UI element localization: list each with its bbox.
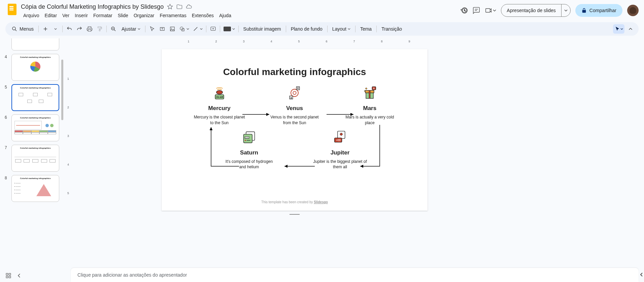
- slide-thumb-3[interactable]: [11, 38, 59, 50]
- slide-thumb-8[interactable]: Colorful marketing infographics ▪ ———▪ —…: [11, 175, 59, 202]
- speaker-notes[interactable]: Clique para adicionar as anotações do ap…: [71, 268, 639, 282]
- menu-slide[interactable]: Slide: [115, 11, 131, 20]
- chevron-down-icon: [54, 28, 57, 30]
- svg-point-14: [216, 91, 222, 94]
- comments-icon[interactable]: [473, 7, 480, 14]
- info-item-mercury[interactable]: ON AIR Mercury Mercury is the closest pl…: [193, 85, 246, 126]
- svg-text:ON AIR: ON AIR: [216, 96, 224, 98]
- star-icon[interactable]: [167, 4, 173, 10]
- info-name: Venus: [268, 105, 321, 112]
- info-desc: Venus is the second planet from the Sun: [268, 114, 321, 126]
- redo-icon: [76, 26, 82, 32]
- document-title[interactable]: Cópia de Colorful Marketing Infographics…: [21, 3, 164, 10]
- collapse-toolbar-button[interactable]: [626, 24, 635, 34]
- textbox-tool[interactable]: [158, 24, 167, 34]
- info-desc: Mars is actually a very cold place: [343, 114, 397, 126]
- horizontal-ruler[interactable]: 1 2 3 4 5 6 7 8 9: [71, 38, 644, 45]
- svg-line-3: [15, 30, 16, 31]
- slide-thumb-5-selected[interactable]: Colorful marketing infographics: [11, 84, 59, 111]
- slide-number: 7: [5, 145, 9, 150]
- menu-ferramentas[interactable]: Ferramentas: [157, 11, 189, 20]
- background-button[interactable]: Plano de fundo: [288, 24, 325, 34]
- svg-rect-41: [6, 276, 8, 278]
- menu-arquivo[interactable]: Arquivo: [21, 11, 41, 20]
- mask-image-tool[interactable]: [222, 24, 236, 34]
- chevron-down-icon: [232, 28, 235, 30]
- vertical-ruler[interactable]: 1 2 3 4 5: [64, 38, 71, 282]
- print-button[interactable]: [85, 24, 94, 34]
- fit-zoom-select[interactable]: Ajustar: [119, 24, 143, 34]
- header-right: Apresentação de slides Compartilhar: [461, 3, 639, 17]
- menu-search-label: Menus: [20, 26, 34, 32]
- slide-thumb-7[interactable]: Colorful marketing infographics: [11, 145, 59, 172]
- svg-point-2: [12, 27, 15, 30]
- pointer-mode-group[interactable]: [613, 24, 624, 34]
- slide-thumb-6[interactable]: Colorful marketing infographics: [11, 114, 59, 141]
- layout-button[interactable]: Layout: [330, 24, 353, 34]
- filmstrip-scrollbar[interactable]: [61, 60, 63, 120]
- expand-sidepanel-button[interactable]: [639, 269, 644, 280]
- info-item-venus[interactable]: Venus Venus is the second planet from th…: [268, 85, 321, 126]
- filmstrip[interactable]: 4 Colorful marketing infographics 5 Colo…: [0, 38, 64, 282]
- menu-inserir[interactable]: Inserir: [72, 11, 90, 20]
- history-icon[interactable]: [461, 7, 468, 14]
- transition-button[interactable]: Transição: [379, 24, 405, 34]
- menu-ver[interactable]: Ver: [60, 11, 72, 20]
- slide-title[interactable]: Colorful marketing infographics: [162, 49, 428, 77]
- chevron-down-icon: [620, 28, 623, 30]
- main-area: 4 Colorful marketing infographics 5 Colo…: [0, 38, 644, 282]
- ruler-tick: 4: [270, 40, 272, 43]
- slideshow-button-main[interactable]: Apresentação de slides: [501, 4, 561, 16]
- chevron-up-icon: [628, 26, 634, 32]
- move-to-folder-icon[interactable]: [176, 4, 182, 10]
- paint-format-button[interactable]: [95, 24, 104, 34]
- social-icon: #: [333, 130, 347, 145]
- app-logo[interactable]: [5, 3, 19, 16]
- meet-button[interactable]: [485, 7, 496, 14]
- comment-tool[interactable]: [208, 24, 218, 34]
- cursor-icon: [149, 26, 155, 32]
- slide-thumb-4[interactable]: Colorful marketing infographics: [11, 54, 59, 81]
- grid-view-icon[interactable]: [5, 273, 11, 279]
- info-item-jupiter[interactable]: # Jupiter Jupiter is the biggest planet …: [313, 130, 367, 170]
- ruler-tick: 1: [188, 40, 189, 43]
- menu-extensoes[interactable]: Extensões: [190, 11, 216, 20]
- line-tool[interactable]: [191, 24, 204, 34]
- paint-roller-icon: [97, 26, 103, 32]
- menu-editar[interactable]: Editar: [42, 11, 59, 20]
- menu-formatar[interactable]: Formatar: [91, 11, 115, 20]
- cursor-filled-icon: [614, 26, 620, 32]
- info-item-saturn[interactable]: BLOG Saturn It's composed of hydrogen an…: [222, 130, 276, 170]
- slide-footer: This template has been created by Slides…: [162, 200, 428, 204]
- menu-ajuda[interactable]: Ajuda: [217, 11, 234, 20]
- cloud-status-icon[interactable]: [186, 4, 192, 10]
- replace-image-button[interactable]: Substituir imagem: [241, 24, 284, 34]
- editor-stage[interactable]: Colorful marketing infographics ON AIR M…: [71, 45, 644, 282]
- redo-button[interactable]: [75, 24, 84, 34]
- ruler-tick: 6: [326, 40, 327, 43]
- share-button[interactable]: Compartilhar: [575, 4, 622, 17]
- chevron-down-icon: [187, 28, 189, 30]
- slide-canvas[interactable]: Colorful marketing infographics ON AIR M…: [162, 49, 428, 211]
- undo-button[interactable]: [65, 24, 74, 34]
- select-tool[interactable]: [147, 24, 157, 34]
- slide-number: 4: [5, 54, 9, 59]
- zoom-button[interactable]: [109, 24, 118, 34]
- svg-line-5: [114, 30, 115, 31]
- new-slide-button[interactable]: [41, 24, 50, 34]
- chevron-left-icon[interactable]: [16, 273, 22, 279]
- image-tool[interactable]: [168, 24, 177, 34]
- menu-organizar[interactable]: Organizar: [131, 11, 157, 20]
- plus-icon: [42, 26, 48, 32]
- title-area: Cópia de Colorful Marketing Infographics…: [21, 3, 461, 20]
- info-item-mars[interactable]: Mars Mars is actually a very cold place: [343, 85, 397, 126]
- theme-button[interactable]: Tema: [358, 24, 374, 34]
- slideshow-button-dropdown[interactable]: [561, 4, 570, 16]
- ruler-tick: 5: [298, 40, 300, 43]
- svg-rect-40: [9, 273, 11, 275]
- new-slide-dropdown[interactable]: [51, 24, 60, 34]
- menu-search[interactable]: Menus: [9, 24, 36, 34]
- account-avatar[interactable]: [627, 5, 639, 16]
- info-row-top: ON AIR Mercury Mercury is the closest pl…: [162, 77, 428, 126]
- shape-tool[interactable]: [178, 24, 191, 34]
